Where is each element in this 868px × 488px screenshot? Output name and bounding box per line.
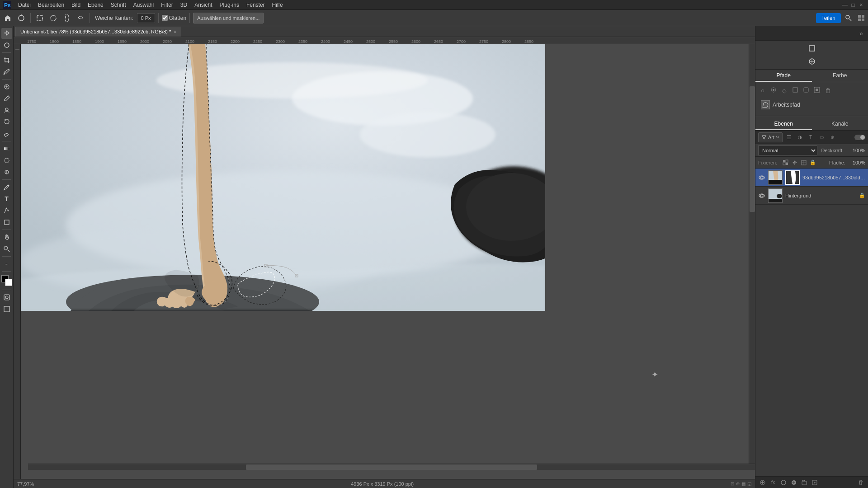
color-swatches[interactable] (1, 275, 12, 286)
svg-text:Ps: Ps (4, 2, 11, 9)
gradient-tool[interactable] (1, 143, 12, 154)
layer-item-0[interactable]: 93db395218b057...330cfde8922cb (755, 169, 868, 187)
arbeitspfad-item[interactable]: Arbeitspfad (758, 99, 865, 111)
scrollbar-h-thumb[interactable] (246, 465, 537, 470)
move-tool[interactable] (1, 28, 12, 39)
arrange-button[interactable] (856, 12, 866, 24)
layer-visibility-1[interactable] (758, 192, 765, 199)
menu-ansicht[interactable]: Ansicht (191, 1, 216, 9)
dodge-tool[interactable] (1, 167, 12, 178)
menu-datei[interactable]: Datei (14, 1, 34, 9)
color-tab[interactable]: Farbe (812, 70, 868, 82)
delete-layer-button[interactable] (856, 478, 865, 487)
scrollbar-v-thumb[interactable] (750, 86, 755, 212)
path-icon-diamond[interactable]: ◇ (780, 86, 789, 95)
path-icon-rrect[interactable] (802, 86, 811, 95)
panel-icon-2[interactable] (806, 56, 818, 67)
svg-rect-19 (4, 147, 9, 150)
minimize-button[interactable]: — (842, 2, 848, 8)
path-icon-rect[interactable] (791, 86, 800, 95)
menu-bild[interactable]: Bild (68, 1, 84, 9)
link-layers-button[interactable] (758, 478, 767, 487)
tab-close-button[interactable]: × (174, 29, 176, 34)
layer-filter-shape[interactable]: ▭ (817, 133, 826, 142)
menu-filter[interactable]: Filter (157, 1, 177, 9)
circle-marquee-button[interactable] (47, 12, 59, 24)
type-tool[interactable]: T (1, 193, 12, 204)
layers-tab[interactable]: Ebenen (755, 118, 812, 130)
collapse-panel-button[interactable]: » (858, 30, 864, 37)
menu-plugins[interactable]: Plug-ins (216, 1, 243, 9)
eraser-tool[interactable] (1, 128, 12, 139)
lock-checkerboard[interactable] (782, 159, 790, 167)
document-tab[interactable]: Unbenannt-1 bei 78% (93db395218b057...33… (15, 27, 181, 37)
fx-button[interactable]: fx (769, 478, 778, 487)
lock-move[interactable] (791, 159, 799, 167)
more-tools[interactable]: ··· (1, 258, 12, 269)
menu-fenster[interactable]: Fenster (243, 1, 269, 9)
feather-marquee-button[interactable] (75, 12, 86, 24)
lasso-tool-button[interactable] (15, 12, 27, 24)
new-group-button[interactable] (800, 478, 809, 487)
pen-tool[interactable] (1, 182, 12, 192)
selection-tool[interactable] (1, 40, 12, 51)
blur-tool[interactable] (1, 155, 12, 166)
heal-tool[interactable] (1, 81, 12, 92)
path-icon-plus[interactable] (769, 86, 778, 95)
menu-schrift[interactable]: Schrift (107, 1, 130, 9)
smooth-label[interactable]: Glätten (162, 15, 187, 21)
zoom-tool[interactable] (1, 244, 12, 254)
path-icon-circle[interactable]: ○ (758, 86, 767, 95)
menu-bearbeiten[interactable]: Bearbeiten (34, 1, 68, 9)
layer-filter-switch[interactable] (854, 135, 865, 140)
menu-3d[interactable]: 3D (177, 1, 191, 9)
path-icon-mask[interactable] (812, 86, 821, 95)
clone-tool[interactable] (1, 105, 12, 116)
smooth-checkbox[interactable] (162, 15, 168, 21)
horizontal-scrollbar[interactable] (28, 464, 755, 470)
path-selection-tool[interactable] (1, 205, 12, 216)
layer-filter-smart[interactable]: ⊕ (828, 133, 837, 142)
add-mask-button[interactable] (779, 478, 788, 487)
screen-mode-button[interactable] (1, 304, 12, 314)
channels-tab[interactable]: Kanäle (812, 118, 868, 130)
menu-ebene[interactable]: Ebene (84, 1, 107, 9)
vertical-scrollbar[interactable] (749, 44, 755, 464)
close-button[interactable]: × (858, 2, 864, 8)
hand-tool[interactable] (1, 232, 12, 243)
layer-visibility-0[interactable] (758, 174, 765, 181)
brush-tool[interactable] (1, 93, 12, 104)
eyedropper-tool[interactable] (1, 66, 12, 77)
workspace[interactable]: | (14, 44, 755, 479)
new-layer-button[interactable] (810, 478, 819, 487)
layer-filter-adj[interactable]: ◑ (795, 133, 804, 142)
rect-marquee-button[interactable] (34, 12, 46, 24)
canvas[interactable]: ✦ (21, 44, 545, 311)
soft-edge-input[interactable] (137, 13, 155, 23)
path-icon-trash[interactable]: 🗑 (823, 86, 832, 95)
menu-hilfe[interactable]: Hilfe (269, 1, 287, 9)
new-adj-button[interactable] (789, 478, 798, 487)
share-button[interactable]: Teilen (816, 13, 841, 23)
history-tool[interactable] (1, 117, 12, 127)
background-color[interactable] (5, 279, 12, 286)
layers-list: 93db395218b057...330cfde8922cb Hin (755, 169, 868, 476)
home-button[interactable] (2, 12, 14, 24)
svg-rect-12 (862, 19, 864, 21)
crop-tool[interactable] (1, 55, 12, 66)
search-button[interactable] (843, 12, 854, 24)
column-marquee-button[interactable] (61, 12, 73, 24)
quick-mask-button[interactable] (1, 292, 12, 303)
menu-auswahl[interactable]: Auswahl (130, 1, 157, 9)
layer-filter-pixel[interactable]: ☰ (784, 133, 793, 142)
panel-icon-1[interactable] (806, 42, 818, 54)
maximize-button[interactable]: □ (850, 2, 856, 8)
blend-mode-select[interactable]: Normal (758, 145, 817, 155)
layer-item-1[interactable]: Hintergrund 🔒 (755, 187, 868, 205)
lock-all[interactable]: 🔒 (809, 159, 817, 167)
select-mask-button[interactable]: Auswählen und maskieren... (193, 13, 264, 23)
layer-filter-type[interactable]: T (806, 133, 815, 142)
shape-tool[interactable] (1, 217, 12, 228)
paths-tab[interactable]: Pfade (755, 70, 812, 82)
lock-artboard[interactable] (800, 159, 808, 167)
